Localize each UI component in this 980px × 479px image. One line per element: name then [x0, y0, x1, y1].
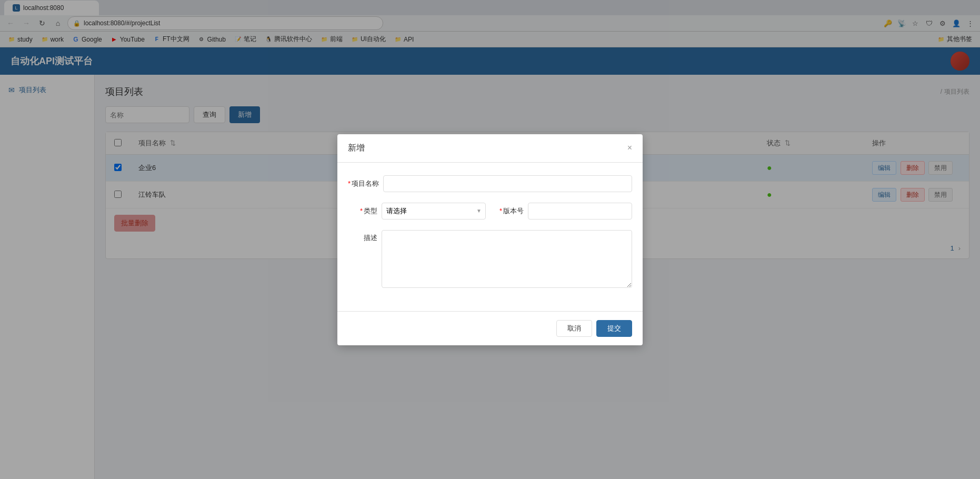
form-field-project-name: 项目名称: [348, 175, 632, 192]
version-label: 版本号: [494, 206, 524, 216]
dialog: 新增 × 项目名称 类型 请选择: [337, 134, 643, 345]
project-name-label: 项目名称: [348, 179, 379, 188]
form-field-type: 类型 请选择: [348, 203, 486, 219]
desc-label: 描述: [348, 233, 377, 243]
modal-overlay: 新增 × 项目名称 类型 请选择: [0, 0, 980, 479]
type-label: 类型: [348, 206, 377, 216]
dialog-header: 新增 ×: [337, 134, 643, 163]
type-select[interactable]: 请选择: [382, 203, 486, 219]
form-row-project-name: 项目名称: [348, 175, 632, 192]
form-row-desc: 描述: [348, 230, 632, 288]
project-name-input[interactable]: [383, 175, 632, 192]
submit-button[interactable]: 提交: [596, 320, 632, 337]
form-field-version: 版本号: [494, 203, 632, 219]
dialog-footer: 取消 提交: [337, 311, 643, 345]
form-row-type-version: 类型 请选择 版本号: [348, 203, 632, 219]
cancel-button[interactable]: 取消: [556, 320, 592, 337]
type-select-wrapper: 请选择: [382, 203, 486, 219]
dialog-title: 新增: [348, 143, 365, 154]
dialog-close-button[interactable]: ×: [627, 144, 632, 152]
version-input[interactable]: [528, 203, 632, 219]
desc-textarea[interactable]: [382, 230, 632, 288]
dialog-body: 项目名称 类型 请选择 版本号: [337, 163, 643, 311]
form-field-desc: 描述: [348, 230, 632, 288]
